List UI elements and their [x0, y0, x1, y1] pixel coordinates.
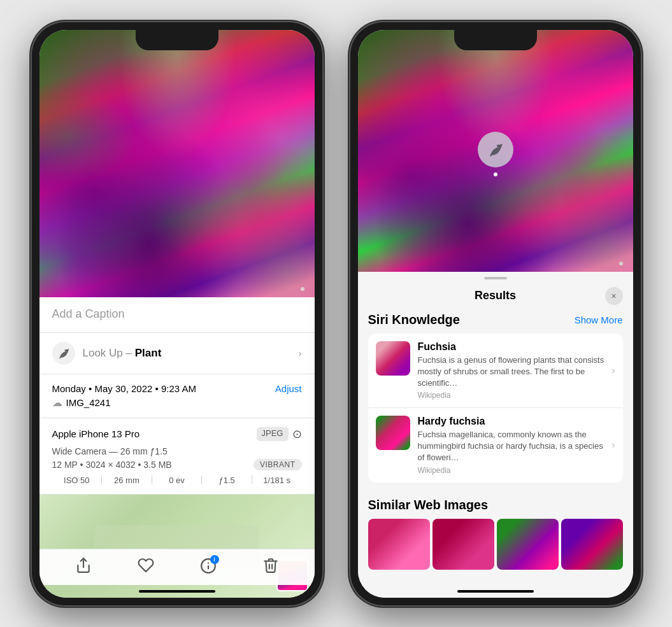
lookup-icon-circle: [52, 342, 75, 365]
similar-image-4[interactable]: [561, 519, 623, 570]
show-more-button[interactable]: Show More: [575, 314, 623, 325]
similar-images-section: Similar Web Images: [358, 490, 633, 570]
results-header: Results ×: [358, 282, 633, 313]
cloud-icon: ☁: [52, 397, 62, 409]
resolution-text: 12 MP • 3024 × 4032 • 3.5 MB: [52, 460, 172, 470]
flower-photo-right: [358, 30, 633, 272]
knowledge-item-hardy-fuchsia[interactable]: Hardy fuchsia Fuchsia magellanica, commo…: [368, 407, 623, 483]
similar-image-2[interactable]: [433, 519, 494, 570]
lookup-row[interactable]: Look Up – Plant ›: [39, 333, 315, 374]
handle-bar: [484, 277, 507, 279]
similar-image-1[interactable]: [368, 519, 430, 570]
exif-aperture: ƒ1.5: [202, 476, 252, 485]
left-phone-screen: Add a Caption Look Up – Plant › Monday •…: [39, 30, 315, 598]
exif-row: ISO 50 26 mm 0 ev ƒ1.5 1/181 s: [52, 476, 302, 485]
exif-iso: ISO 50: [52, 476, 102, 485]
hardy-fuchsia-content: Hardy fuchsia Fuchsia magellanica, commo…: [418, 416, 604, 475]
favorite-button[interactable]: [138, 557, 154, 577]
phones-container: Add a Caption Look Up – Plant › Monday •…: [31, 21, 642, 607]
exif-focal: 26 mm: [102, 476, 152, 485]
exif-shutter: 1/181 s: [252, 476, 302, 485]
share-button[interactable]: [75, 557, 92, 577]
fuchsia-source: Wikipedia: [418, 391, 604, 400]
meta-section: Monday • May 30, 2022 • 9:23 AM Adjust ☁…: [39, 374, 315, 418]
page-indicator-right: [619, 262, 623, 265]
lookup-chevron: ›: [299, 348, 302, 358]
toolbar: i: [39, 549, 315, 585]
results-panel: Results × Siri Knowledge Show More: [358, 272, 633, 598]
siri-header: Siri Knowledge Show More: [368, 313, 623, 327]
lookup-dot: [494, 173, 497, 176]
similar-title: Similar Web Images: [368, 498, 623, 512]
notch-left: [136, 30, 218, 50]
leaf-icon: [57, 347, 70, 360]
siri-title: Siri Knowledge: [368, 313, 460, 327]
leaf-lookup-icon: [487, 141, 504, 158]
home-indicator-left: [139, 590, 215, 593]
knowledge-card: Fuchsia Fuchsia is a genus of flowering …: [368, 334, 623, 483]
style-badge: VIBRANT: [254, 459, 302, 470]
lookup-label: Look Up – Plant: [83, 347, 162, 360]
info-badge: i: [210, 555, 219, 564]
exif-ev: 0 ev: [152, 476, 202, 485]
page-indicator: [301, 287, 304, 291]
right-phone-frame: Results × Siri Knowledge Show More: [349, 21, 642, 607]
home-indicator-right: [457, 590, 534, 593]
camera-settings-icon[interactable]: ⊙: [292, 427, 302, 441]
close-button[interactable]: ×: [605, 287, 623, 305]
device-name: Apple iPhone 13 Pro: [52, 428, 140, 439]
close-label: ×: [611, 291, 616, 301]
fuchsia-description: Fuchsia is a genus of flowering plants t…: [418, 355, 604, 390]
flower-photo-left: [39, 30, 315, 297]
knowledge-item-fuchsia[interactable]: Fuchsia Fuchsia is a genus of flowering …: [368, 334, 623, 408]
caption-placeholder: Add a Caption: [52, 307, 125, 320]
device-section: Apple iPhone 13 Pro JPEG ⊙ Wide Camera —…: [39, 418, 315, 495]
similar-images-grid: [368, 519, 623, 570]
notch-right: [454, 30, 537, 50]
hardy-fuchsia-name: Hardy fuchsia: [418, 416, 604, 427]
format-badge: JPEG: [257, 427, 289, 441]
fuchsia-content: Fuchsia Fuchsia is a genus of flowering …: [418, 341, 604, 400]
hardy-fuchsia-chevron: ›: [611, 439, 615, 451]
results-title: Results: [386, 289, 605, 302]
info-button[interactable]: i: [200, 558, 217, 577]
fuchsia-chevron: ›: [611, 365, 615, 376]
siri-knowledge-section: Siri Knowledge Show More Fuchsia Fuchsia…: [358, 313, 633, 490]
similar-image-3[interactable]: [497, 519, 559, 570]
fuchsia-name: Fuchsia: [418, 341, 604, 353]
photo-date: Monday • May 30, 2022 • 9:23 AM: [52, 383, 196, 394]
hardy-fuchsia-thumbnail: [376, 416, 410, 450]
adjust-button[interactable]: Adjust: [275, 383, 302, 394]
left-phone-frame: Add a Caption Look Up – Plant › Monday •…: [31, 21, 324, 607]
hardy-fuchsia-description: Fuchsia magellanica, commonly known as t…: [418, 429, 604, 464]
drag-handle[interactable]: [358, 272, 633, 282]
fuchsia-thumbnail: [376, 341, 410, 376]
visual-lookup-button[interactable]: [478, 132, 513, 167]
camera-specs: Wide Camera — 26 mm ƒ1.5: [52, 446, 302, 456]
delete-button[interactable]: [262, 557, 279, 577]
filename: IMG_4241: [66, 397, 111, 408]
hardy-fuchsia-source: Wikipedia: [418, 466, 604, 475]
caption-input[interactable]: Add a Caption: [39, 297, 315, 333]
right-phone-screen: Results × Siri Knowledge Show More: [358, 30, 633, 598]
